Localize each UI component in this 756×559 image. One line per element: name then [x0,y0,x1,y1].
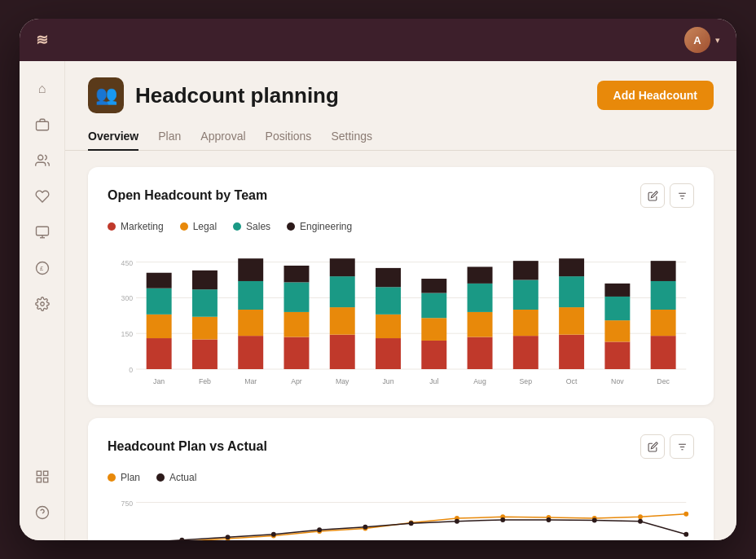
svg-text:450: 450 [121,258,134,266]
svg-rect-57 [421,341,446,369]
svg-point-117 [592,518,597,523]
svg-rect-43 [284,312,309,337]
svg-point-113 [409,521,414,526]
bar-chart-header: Open Headcount by Team [108,183,694,208]
chevron-down-icon: ▾ [715,35,720,46]
svg-point-116 [547,517,552,522]
page-title: Headcount planning [135,83,339,108]
svg-rect-39 [238,281,263,310]
legend-sales-label: Sales [246,221,270,232]
legend-engineering-label: Engineering [300,221,352,232]
bar-chart-edit-button[interactable] [640,183,665,208]
svg-text:Mar: Mar [244,377,257,385]
legend-engineering: Engineering [287,221,352,232]
svg-rect-78 [604,320,630,341]
svg-point-105 [638,514,643,519]
svg-point-112 [363,525,367,530]
svg-text:Jan: Jan [153,377,165,385]
sidebar-item-heart[interactable] [28,182,57,211]
svg-rect-80 [604,284,630,297]
svg-rect-59 [421,293,446,319]
page-icon: 👥 [88,77,124,113]
line-chart-legend: Plan Actual [108,472,694,483]
svg-rect-60 [421,279,446,293]
svg-rect-8 [37,471,41,475]
svg-point-7 [40,302,44,306]
svg-rect-33 [192,317,218,340]
avatar[interactable]: A [684,27,710,53]
tab-overview[interactable]: Overview [88,123,138,151]
svg-rect-28 [147,315,172,338]
legend-marketing-label: Marketing [121,221,164,232]
sidebar-item-briefcase[interactable] [28,110,57,139]
svg-text:Jul: Jul [429,377,438,385]
svg-rect-62 [468,337,493,369]
svg-text:750: 750 [121,499,134,507]
legend-actual-label: Actual [169,472,196,483]
svg-rect-73 [559,307,584,335]
svg-point-118 [638,519,643,524]
sidebar-item-help[interactable] [28,498,57,527]
svg-point-109 [226,535,231,539]
sidebar-item-currency[interactable]: £ [28,253,57,283]
svg-point-1 [37,155,42,160]
svg-text:£: £ [40,265,44,272]
svg-rect-70 [513,261,538,280]
bar-chart-filter-button[interactable] [670,183,694,208]
svg-rect-44 [284,282,309,312]
sidebar: ⌂ £ [20,61,65,540]
legend-marketing: Marketing [108,221,164,232]
sidebar-item-home[interactable]: ⌂ [28,74,57,103]
main-content: 👥 Headcount planning Add Headcount Overv… [65,61,736,540]
engineering-dot [287,222,295,231]
line-chart-title: Headcount Plan vs Actual [108,439,267,454]
sidebar-item-blocks[interactable] [28,462,57,491]
svg-rect-42 [284,337,309,369]
marketing-dot [108,222,116,231]
logo: ≋ [36,31,50,49]
svg-text:Dec: Dec [657,377,670,385]
page-header: 👥 Headcount planning Add Headcount [65,61,736,113]
line-chart-actions [640,434,694,459]
legend-plan-label: Plan [121,472,140,483]
legend-plan: Plan [108,472,140,483]
bar-chart-visual: 0150300450600JanFebMarAprMayJunJulAugSep… [108,242,694,389]
tab-approval[interactable]: Approval [200,123,245,151]
svg-point-106 [683,512,688,517]
svg-rect-48 [330,307,355,335]
svg-rect-38 [238,310,263,336]
svg-rect-52 [376,338,401,369]
svg-rect-68 [513,310,538,336]
svg-rect-40 [238,258,263,281]
svg-rect-63 [468,312,493,337]
plan-dot [108,473,116,482]
user-menu[interactable]: A ▾ [684,27,720,53]
sidebar-item-people[interactable] [28,146,57,175]
bar-chart-card: Open Headcount by Team [88,167,714,405]
svg-text:Oct: Oct [566,377,578,385]
add-headcount-button[interactable]: Add Headcount [597,81,714,110]
svg-text:Jun: Jun [382,377,393,385]
tabs: Overview Plan Approval Positions Setting… [65,113,736,151]
svg-rect-53 [376,315,401,338]
svg-point-111 [317,527,322,532]
actual-dot [156,473,165,482]
line-chart-edit-button[interactable] [640,434,665,459]
tab-positions[interactable]: Positions [266,123,312,151]
line-chart-visual: 600750 [108,493,694,540]
sidebar-item-settings[interactable] [28,289,57,319]
sales-dot [233,222,241,231]
svg-rect-10 [37,478,41,482]
svg-rect-84 [651,281,676,310]
svg-rect-32 [192,340,218,370]
svg-text:Feb: Feb [199,377,211,385]
tab-plan[interactable]: Plan [158,123,181,151]
line-chart-filter-button[interactable] [670,434,694,459]
sidebar-item-monitor[interactable] [28,218,57,247]
tab-settings[interactable]: Settings [331,123,372,151]
svg-rect-30 [147,273,172,288]
top-bar: ≋ A ▾ [20,19,736,61]
svg-text:0: 0 [129,366,133,374]
svg-text:150: 150 [121,330,134,338]
svg-text:300: 300 [121,294,134,302]
